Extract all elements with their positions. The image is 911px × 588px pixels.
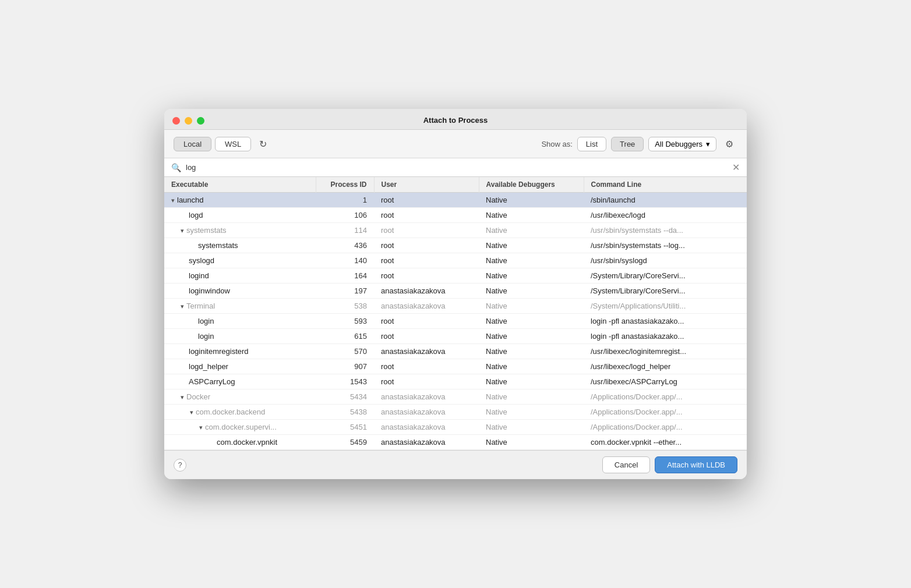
table-row[interactable]: loginwindow197anastasiakazakovaNative/Sy… xyxy=(164,284,747,299)
footer: ? Cancel Attach with LLDB xyxy=(164,450,747,479)
tree-toggle-icon[interactable]: ▾ xyxy=(199,424,203,431)
attach-to-process-dialog: Attach to Process Local WSL ↻ Show as: L… xyxy=(164,109,747,479)
cell-pid: 164 xyxy=(316,268,374,284)
cell-executable: ▾com.docker.supervi... xyxy=(164,420,316,435)
executable-name: login xyxy=(198,317,214,325)
cell-debuggers: Native xyxy=(479,344,584,359)
col-header-pid: Process ID xyxy=(316,177,374,193)
executable-name: launchd xyxy=(177,196,204,204)
help-button[interactable]: ? xyxy=(174,459,186,472)
table-row[interactable]: com.docker.vpnkit5459anastasiakazakovaNa… xyxy=(164,435,747,450)
cell-debuggers: Native xyxy=(479,193,584,208)
cell-cmdline: login -pfl anastasiakazako... xyxy=(584,314,747,329)
cell-cmdline: /usr/libexec/loginitemregist... xyxy=(584,344,747,359)
table-row[interactable]: logd106rootNative/usr/libexec/logd xyxy=(164,208,747,223)
debugger-dropdown[interactable]: All Debuggers ▾ xyxy=(648,137,716,151)
window-controls xyxy=(172,117,204,125)
cell-debuggers: Native xyxy=(479,238,584,253)
cell-user: anastasiakazakova xyxy=(374,299,479,314)
cell-cmdline: /System/Library/CoreServi... xyxy=(584,268,747,284)
maximize-button[interactable] xyxy=(197,117,204,125)
executable-name: com.docker.vpnkit xyxy=(217,438,277,447)
cell-user: root xyxy=(374,223,479,238)
cell-cmdline: /Applications/Docker.app/... xyxy=(584,405,747,420)
debugger-label: All Debuggers xyxy=(655,140,702,148)
cell-user: root xyxy=(374,268,479,284)
table-row[interactable]: ▾launchd1rootNative/sbin/launchd xyxy=(164,193,747,208)
cell-pid: 436 xyxy=(316,238,374,253)
cell-user: root xyxy=(374,374,479,389)
cell-debuggers: Native xyxy=(479,329,584,344)
tree-toggle-icon[interactable]: ▾ xyxy=(171,197,175,204)
tree-view-button[interactable]: Tree xyxy=(611,137,644,151)
cell-debuggers: Native xyxy=(479,405,584,420)
tree-toggle-icon[interactable]: ▾ xyxy=(190,409,193,416)
cell-user: anastasiakazakova xyxy=(374,344,479,359)
cell-debuggers: Native xyxy=(479,284,584,299)
table-row[interactable]: syslogd140rootNative/usr/sbin/syslogd xyxy=(164,253,747,268)
cell-debuggers: Native xyxy=(479,435,584,450)
table-row[interactable]: loginitemregisterd570anastasiakazakovaNa… xyxy=(164,344,747,359)
cell-executable: systemstats xyxy=(164,238,316,253)
cell-executable: ▾com.docker.backend xyxy=(164,405,316,420)
cell-cmdline: /sbin/launchd xyxy=(584,193,747,208)
cancel-button[interactable]: Cancel xyxy=(602,456,650,473)
wsl-tab[interactable]: WSL xyxy=(215,137,251,151)
cell-pid: 1543 xyxy=(316,374,374,389)
tree-toggle-icon[interactable]: ▾ xyxy=(181,394,184,401)
refresh-button[interactable]: ↻ xyxy=(255,136,271,152)
table-row[interactable]: ▾com.docker.backend5438anastasiakazakova… xyxy=(164,405,747,420)
search-clear-button[interactable]: ✕ xyxy=(732,162,740,173)
executable-name: com.docker.backend xyxy=(196,408,265,416)
list-view-button[interactable]: List xyxy=(577,137,606,151)
cell-user: root xyxy=(374,208,479,223)
cell-user: root xyxy=(374,253,479,268)
cell-debuggers: Native xyxy=(479,268,584,284)
cell-cmdline: /usr/sbin/systemstats --log... xyxy=(584,238,747,253)
local-tab[interactable]: Local xyxy=(174,137,211,151)
executable-name: com.docker.supervi... xyxy=(205,423,277,431)
cell-executable: ▾launchd xyxy=(164,193,316,208)
cell-pid: 5438 xyxy=(316,405,374,420)
cell-executable: logd_helper xyxy=(164,359,316,374)
cell-pid: 538 xyxy=(316,299,374,314)
col-header-executable: Executable xyxy=(164,177,316,193)
cell-executable: loginwindow xyxy=(164,284,316,299)
table-row[interactable]: ▾com.docker.supervi...5451anastasiakazak… xyxy=(164,420,747,435)
table-row[interactable]: systemstats436rootNative/usr/sbin/system… xyxy=(164,238,747,253)
cell-debuggers: Native xyxy=(479,374,584,389)
cell-executable: ▾Docker xyxy=(164,389,316,405)
cell-executable: loginitemregisterd xyxy=(164,344,316,359)
tree-toggle-icon[interactable]: ▾ xyxy=(181,303,184,310)
cell-user: anastasiakazakova xyxy=(374,435,479,450)
attach-button[interactable]: Attach with LLDB xyxy=(655,456,737,473)
close-button[interactable] xyxy=(172,117,180,125)
cell-executable: ▾systemstats xyxy=(164,223,316,238)
minimize-button[interactable] xyxy=(185,117,192,125)
executable-name: systemstats xyxy=(186,226,227,235)
table-row[interactable]: ASPCarryLog1543rootNative/usr/libexec/AS… xyxy=(164,374,747,389)
cell-cmdline: /usr/libexec/logd_helper xyxy=(584,359,747,374)
col-header-cmdline: Command Line xyxy=(584,177,747,193)
cell-user: anastasiakazakova xyxy=(374,420,479,435)
table-row[interactable]: logd_helper907rootNative/usr/libexec/log… xyxy=(164,359,747,374)
table-row[interactable]: logind164rootNative/System/Library/CoreS… xyxy=(164,268,747,284)
table-row[interactable]: ▾Docker5434anastasiakazakovaNative/Appli… xyxy=(164,389,747,405)
cell-pid: 907 xyxy=(316,359,374,374)
settings-button[interactable]: ⚙ xyxy=(721,136,737,152)
table-row[interactable]: ▾systemstats114rootNative/usr/sbin/syste… xyxy=(164,223,747,238)
search-input[interactable] xyxy=(186,163,728,172)
cell-cmdline: /usr/sbin/systemstats --da... xyxy=(584,223,747,238)
show-as-label: Show as: xyxy=(541,140,572,148)
process-table-container: Executable Process ID User Available Deb… xyxy=(164,177,747,450)
tree-toggle-icon[interactable]: ▾ xyxy=(181,227,184,235)
executable-name: logind xyxy=(189,271,209,280)
executable-name: logd_helper xyxy=(189,362,228,371)
table-row[interactable]: login593rootNativelogin -pfl anastasiaka… xyxy=(164,314,747,329)
cell-cmdline: /Applications/Docker.app/... xyxy=(584,420,747,435)
table-row[interactable]: ▾Terminal538anastasiakazakovaNative/Syst… xyxy=(164,299,747,314)
table-row[interactable]: login615rootNativelogin -pfl anastasiaka… xyxy=(164,329,747,344)
cell-debuggers: Native xyxy=(479,359,584,374)
executable-name: syslogd xyxy=(189,256,214,265)
cell-executable: ASPCarryLog xyxy=(164,374,316,389)
